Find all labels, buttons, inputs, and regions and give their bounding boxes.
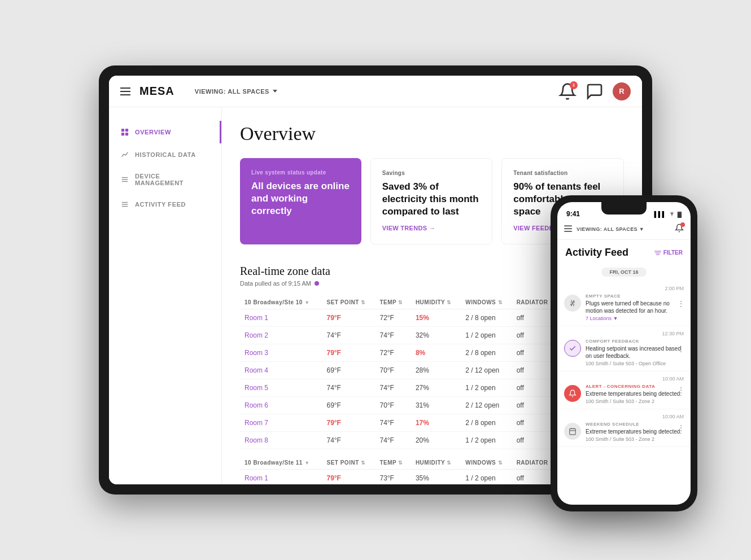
activity-location-2: 100 Smith / Suite 503 - Open Office (586, 361, 684, 366)
date-divider: FRI, OCT 16 (601, 268, 647, 277)
col-humidity[interactable]: HUMIDITY ⇅ (411, 296, 461, 309)
activity-item-comfort-feedback[interactable]: 12:30 PM COMFORT FEEDBACK Heating setpoi… (557, 326, 691, 371)
app-logo: MESA (139, 85, 174, 98)
svg-rect-1 (125, 129, 128, 132)
col-set-point-2[interactable]: SET POINT ⇅ (322, 456, 375, 470)
page-title: Overview (240, 123, 624, 145)
phone-time: 9:41 (566, 210, 580, 218)
activity-category-1: EMPTY SPACE (586, 294, 684, 299)
more-options-1[interactable]: ⋮ (677, 299, 685, 308)
cell-0[interactable]: Room 2 (240, 327, 322, 344)
cell-1: 69°F (322, 397, 375, 414)
cell-0[interactable]: Room 8 (240, 432, 322, 449)
cell-0[interactable]: Room 5 (240, 379, 322, 397)
svg-rect-20 (570, 428, 576, 435)
user-avatar[interactable]: R (613, 82, 631, 100)
more-options-4[interactable]: ⋮ (677, 423, 685, 432)
activity-category-3: ALERT - CONCERNING DATA (586, 384, 684, 389)
cell-3: 8% (411, 344, 461, 362)
svg-point-13 (671, 215, 673, 216)
cell-0[interactable]: Room 7 (240, 414, 322, 432)
cell-1: 79°F (322, 344, 375, 362)
cell-0[interactable]: Room 6 (240, 397, 322, 414)
cell-3: 27% (411, 379, 461, 397)
sidebar-device-label: DEVICE MANAGEMENT (135, 173, 210, 186)
cell-0[interactable]: Room 1 (240, 309, 322, 327)
savings-card: Savings Saved 3% of electricity this mon… (370, 158, 493, 244)
notification-button[interactable]: 1 (558, 82, 577, 100)
cell-4: 1 / 2 open (461, 432, 512, 449)
plug-icon (569, 299, 577, 307)
col-set-point[interactable]: SET POINT ⇅ (322, 296, 375, 309)
sidebar-item-overview[interactable]: OVERVIEW (109, 121, 221, 143)
activity-feed-scroll[interactable]: FRI, OCT 16 2:00 PM EMPTY SPACE Plugs we… (557, 263, 691, 505)
activity-item-empty-space[interactable]: 2:00 PM EMPTY SPACE Plugs were turned of… (557, 281, 691, 326)
activity-description-2: Heating setpoint was increased based on … (586, 345, 684, 360)
activity-item-alert[interactable]: 10:00 AM ALERT - CONCERNING DATA Extreme… (557, 371, 691, 409)
list-icon (120, 175, 129, 184)
phone-app-header: VIEWING: ALL SPACES ▼ (557, 220, 691, 240)
view-trends-link[interactable]: VIEW TRENDS → (382, 225, 435, 231)
cell-1: 74°F (322, 327, 375, 344)
cell-3: 17% (411, 414, 461, 432)
cell-4: 2 / 12 open (461, 397, 512, 414)
notification-badge: 1 (570, 81, 578, 89)
svg-rect-15 (564, 228, 572, 229)
cell-4: 1 / 2 open (461, 327, 512, 344)
cell-4: 1 / 2 open (461, 379, 512, 397)
sidebar-item-activity-feed[interactable]: ACTIVITY FEED (109, 193, 221, 216)
activity-description-3: Extreme temperatures being detected. (586, 390, 684, 397)
col-humidity-2[interactable]: HUMIDITY ⇅ (411, 456, 461, 470)
more-options-3[interactable]: ⋮ (677, 386, 685, 395)
phone-viewing-label[interactable]: VIEWING: ALL SPACES ▼ (577, 226, 644, 232)
sidebar-item-historical-data[interactable]: HISTORICAL DATA (109, 143, 221, 166)
svg-rect-14 (564, 226, 572, 227)
cell-0[interactable]: Room 3 (240, 344, 322, 362)
cell-4: 1 / 2 open (461, 470, 512, 484)
sidebar-feed-label: ACTIVITY FEED (135, 201, 186, 208)
filter-icon (654, 250, 661, 256)
more-options-2[interactable]: ⋮ (677, 344, 685, 353)
activity-icon-plug (564, 295, 581, 312)
sidebar-historical-label: HISTORICAL DATA (135, 151, 196, 158)
hamburger-menu-button[interactable] (120, 88, 130, 95)
sidebar: OVERVIEW HISTORICAL DATA (109, 107, 222, 484)
cell-1: 79°F (322, 309, 375, 327)
activity-location-1[interactable]: 7 Locations ▼ (586, 316, 684, 321)
feed-icon (120, 200, 129, 209)
cell-1: 79°F (322, 470, 375, 484)
col-windows[interactable]: WINDOWS ⇅ (461, 296, 512, 309)
cell-2: 73°F (375, 470, 411, 484)
svg-rect-2 (121, 133, 124, 135)
chevron-down-icon (273, 90, 277, 93)
cell-3: 28% (411, 362, 461, 379)
phone-notification-badge (680, 222, 685, 227)
svg-rect-0 (121, 129, 124, 132)
filter-button[interactable]: FILTER (654, 250, 683, 256)
cell-0[interactable]: Room 4 (240, 362, 322, 379)
viewing-selector[interactable]: VIEWING: ALL SPACES (195, 88, 277, 95)
status-card-badge: Live system status update (251, 169, 350, 176)
chat-icon (586, 82, 604, 100)
phone-notification-button[interactable] (675, 224, 684, 235)
wifi-icon (669, 211, 675, 217)
activity-location-4: 100 Smith / Suite 503 - Zone 2 (586, 436, 684, 442)
phone-notch (601, 202, 647, 215)
cell-1: 74°F (322, 379, 375, 397)
activity-item-weekend-schedule[interactable]: 10:00 AM WEEKEND SCHEDULE (557, 409, 691, 447)
phone-hamburger-icon[interactable] (564, 224, 572, 234)
cell-1: 79°F (322, 414, 375, 432)
col-location-2: 10 Broadway/Ste 11 ▼ (240, 456, 322, 470)
cell-3: 15% (411, 309, 461, 327)
col-temp-2[interactable]: TEMP ⇅ (375, 456, 411, 470)
cell-2: 70°F (375, 397, 411, 414)
col-temp[interactable]: TEMP ⇅ (375, 296, 411, 309)
sidebar-item-device-management[interactable]: DEVICE MANAGEMENT (109, 166, 221, 193)
status-card-text: All devices are online and working corre… (251, 180, 350, 217)
cell-0[interactable]: Room 1 (240, 470, 322, 484)
activity-category-2: COMFORT FEEDBACK (586, 339, 684, 344)
chat-button[interactable] (586, 82, 604, 100)
status-card: Live system status update All devices ar… (240, 158, 361, 244)
grid-icon (120, 128, 129, 137)
col-windows-2[interactable]: WINDOWS ⇅ (461, 456, 512, 470)
